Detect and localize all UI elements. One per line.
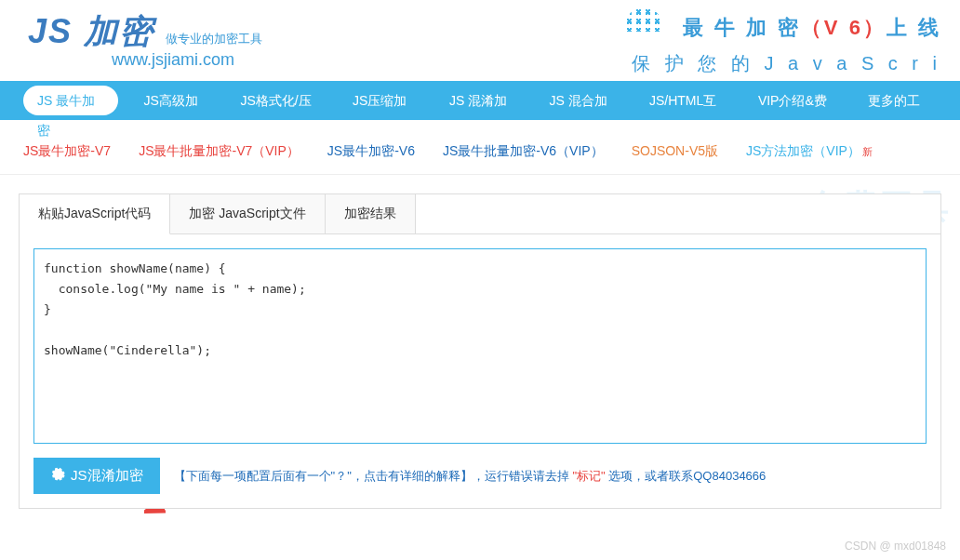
nav-item-7[interactable]: VIP介绍&费用	[741, 81, 851, 120]
subnav-item-1[interactable]: JS最牛批量加密-V7（VIP）	[139, 143, 300, 160]
tabs: 粘贴JavaScript代码加密 JavaScript文件加密结果	[20, 194, 940, 234]
promo-text-b: （V 6）	[801, 16, 887, 39]
nav-item-1[interactable]: JS高级加密	[127, 81, 224, 120]
panel: 粘贴JavaScript代码加密 JavaScript文件加密结果 functi…	[19, 193, 941, 509]
page-watermark: CSDN @ mxd01848	[845, 540, 946, 553]
tab-1[interactable]: 加密 JavaScript文件	[170, 194, 325, 233]
nav-item-3[interactable]: JS压缩加密	[336, 81, 433, 120]
nav-item-8[interactable]: 更多的工具	[851, 81, 946, 120]
nav-item-4[interactable]: JS 混淆加密	[433, 81, 533, 120]
header-promo: 最 牛 加 密（V 6）上 线 保 护 您 的 J a v a S c r i	[632, 9, 941, 76]
footer-row: JS混淆加密 【下面每一项配置后面有一个"？"，点击有详细的解释】，运行错误请去…	[33, 458, 927, 494]
subnav-item-0[interactable]: JS最牛加密-V7	[23, 143, 111, 160]
footer-hint-b: 运行错误请去掉	[485, 469, 569, 483]
logo-tagline: 做专业的加密工具	[166, 32, 262, 46]
nav-item-5[interactable]: JS 混合加密	[532, 81, 633, 120]
header: JS 加密 做专业的加密工具 www.jsjiami.com 最 牛 加 密（V…	[0, 0, 960, 81]
footer-hint-c: "标记"	[572, 469, 605, 483]
nav-item-6[interactable]: JS/HTML互转	[633, 81, 741, 120]
logo-text: JS 加密	[28, 9, 154, 55]
footer-hint-d: 选项，或者联系QQ84034666	[608, 469, 766, 483]
obfuscate-button[interactable]: JS混淆加密	[33, 458, 160, 494]
tab-0[interactable]: 粘贴JavaScript代码	[20, 194, 170, 234]
promo-line2: 保 护 您 的 J a v a S c r i	[632, 51, 941, 76]
main-nav: JS 最牛加密JS高级加密JS格式化/压缩JS压缩加密JS 混淆加密JS 混合加…	[0, 81, 960, 120]
gear-icon	[50, 467, 65, 485]
promo-text-a: 最 牛 加 密	[683, 16, 801, 39]
subnav-item-5[interactable]: JS方法加密（VIP）新	[746, 143, 873, 160]
promo-text-c: 上 线	[887, 16, 941, 39]
nav-item-0[interactable]: JS 最牛加密	[23, 86, 118, 115]
nav-item-2[interactable]: JS格式化/压缩	[223, 81, 336, 120]
content: 免费工具 粘贴JavaScript代码加密 JavaScript文件加密结果 f…	[0, 193, 960, 509]
new-badge: 新	[862, 146, 873, 157]
subnav-item-2[interactable]: JS最牛加密-V6	[327, 143, 415, 160]
footer-hint-a: 【下面每一项配置后面有一个"？"，点击有详细的解释】，	[174, 469, 485, 483]
obfuscate-button-label: JS混淆加密	[71, 467, 143, 485]
footer-hint: 【下面每一项配置后面有一个"？"，点击有详细的解释】，运行错误请去掉 "标记" …	[174, 468, 767, 485]
code-textarea[interactable]: function showName(name) { console.log("M…	[33, 248, 927, 444]
subnav-item-3[interactable]: JS最牛批量加密-V6（VIP）	[443, 143, 604, 160]
subnav-item-4[interactable]: SOJSON-V5版	[632, 143, 718, 160]
tab-2[interactable]: 加密结果	[326, 194, 416, 233]
logo-block: JS 加密 做专业的加密工具 www.jsjiami.com	[28, 9, 262, 70]
